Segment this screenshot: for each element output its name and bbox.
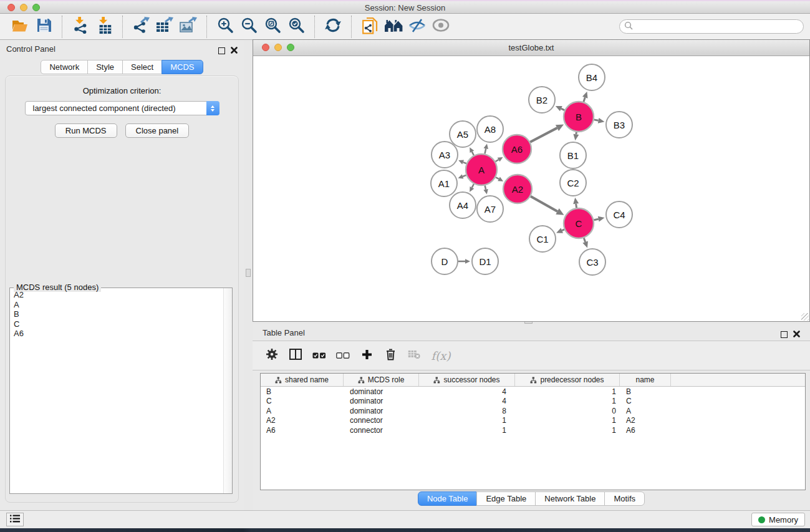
memory-label: Memory [769, 515, 798, 525]
graph-node-label: D [441, 256, 448, 267]
run-mcds-button[interactable]: Run MCDS [55, 123, 117, 138]
graph-node-A6[interactable]: A6 [503, 135, 531, 163]
export-image-button[interactable] [178, 16, 198, 37]
tab-edge-table[interactable]: Edge Table [476, 491, 536, 506]
hide-all-columns-button[interactable] [334, 346, 352, 365]
graph-node-A7[interactable]: A7 [477, 196, 503, 222]
search-field[interactable] [619, 19, 804, 34]
graph-node-A1[interactable]: A1 [431, 170, 457, 196]
tab-node-table[interactable]: Node Table [418, 491, 478, 506]
result-scrollbar[interactable] [223, 288, 232, 493]
node-table[interactable]: shared nameMCDS rolesuccessor nodesprede… [260, 373, 806, 490]
mcds-result-item[interactable]: A2 [14, 290, 223, 300]
graph-node-A3[interactable]: A3 [432, 142, 458, 168]
delete-column-button[interactable] [381, 346, 400, 365]
graph-node-B4[interactable]: B4 [579, 64, 605, 90]
save-session-button[interactable] [34, 16, 54, 37]
table-cell: 4 [419, 397, 515, 405]
mcds-result-item[interactable]: A [14, 300, 223, 310]
vertical-splitter-handle[interactable] [246, 269, 251, 277]
graph-node-A2[interactable]: A2 [503, 175, 532, 203]
search-input[interactable] [633, 21, 803, 32]
mcds-result-item[interactable]: C [14, 319, 223, 329]
graph-node-B2[interactable]: B2 [529, 87, 555, 113]
table-row[interactable]: Cdominator41C [261, 397, 805, 407]
function-builder-button[interactable]: f(x) [428, 346, 453, 365]
float-panel-icon[interactable] [781, 331, 788, 338]
graph-node-C[interactable]: C [564, 208, 594, 238]
table-row[interactable]: Adominator80A [261, 406, 805, 416]
graph-node-label: D1 [479, 256, 491, 267]
zoom-in-button[interactable] [215, 16, 235, 37]
resize-grip-icon[interactable] [801, 313, 809, 321]
table-row[interactable]: A6connector11A6 [261, 425, 805, 435]
refresh-button[interactable] [323, 16, 343, 37]
import-network-button[interactable] [70, 16, 90, 37]
table-row[interactable]: A2connector11A2 [261, 416, 805, 426]
graph-node-C1[interactable]: C1 [529, 226, 556, 252]
column-header-predecessor-nodes[interactable]: predecessor nodes [515, 374, 620, 386]
tab-select[interactable]: Select [122, 60, 162, 74]
task-history-button[interactable] [6, 513, 24, 526]
control-panel: Control Panel NetworkStyleSelectMCDS Opt… [0, 41, 244, 510]
graph-node-A8[interactable]: A8 [477, 116, 503, 142]
graph-node-C2[interactable]: C2 [560, 170, 586, 196]
table-row[interactable]: Bdominator41B [261, 387, 805, 397]
graph-node-A4[interactable]: A4 [450, 192, 476, 218]
open-session-button[interactable] [10, 16, 30, 37]
graph-node-B[interactable]: B [564, 102, 594, 132]
graph-node-D[interactable]: D [432, 248, 458, 274]
tab-motifs[interactable]: Motifs [604, 491, 645, 506]
home-button[interactable] [383, 16, 403, 37]
graph-node-B3[interactable]: B3 [606, 112, 632, 138]
column-header-shared-name[interactable]: shared name [261, 374, 344, 386]
zoom-fit-button[interactable] [263, 16, 282, 37]
network-graph[interactable]: B4B2BB3A8A5A6A3B1AC2A1A2A4A7C4CC1C3DD1 [253, 56, 809, 321]
mcds-result-item[interactable]: A6 [14, 329, 223, 339]
memory-button[interactable]: Memory [751, 513, 805, 526]
graph-node-A[interactable]: A [466, 154, 497, 185]
graph-node-B1[interactable]: B1 [560, 142, 586, 168]
column-header-successor-nodes[interactable]: successor nodes [419, 374, 515, 386]
export-network-button[interactable] [131, 16, 151, 37]
mcds-result-item[interactable]: B [14, 309, 223, 319]
dropdown-stepper-icon [206, 101, 219, 115]
toggle-panel-mode-button[interactable] [286, 346, 305, 365]
table-settings-button[interactable] [263, 346, 281, 365]
close-panel-icon[interactable] [231, 45, 238, 56]
main-toolbar [0, 14, 810, 40]
graph-node-C4[interactable]: C4 [606, 201, 632, 228]
graph-node-C3[interactable]: C3 [579, 249, 605, 275]
graph-node-A5[interactable]: A5 [450, 121, 476, 147]
eye-icon [432, 18, 450, 35]
show-all-columns-button[interactable] [310, 346, 329, 365]
column-header-name[interactable]: name [620, 374, 671, 386]
close-panel-button[interactable]: Close panel [125, 123, 190, 138]
table-toolbar: f(x) [253, 341, 810, 370]
hierarchy-icon [433, 377, 440, 384]
tab-network-table[interactable]: Network Table [535, 491, 605, 506]
clone-network-button[interactable] [360, 16, 380, 37]
table-cell: 1 [419, 426, 515, 435]
graph-node-D1[interactable]: D1 [472, 248, 498, 274]
network-canvas[interactable]: B4B2BB3A8A5A6A3B1AC2A1A2A4A7C4CC1C3DD1 [253, 56, 809, 321]
export-table-button[interactable] [155, 16, 175, 37]
search-icon [624, 21, 633, 32]
show-graphics-button[interactable] [431, 16, 451, 37]
criterion-dropdown[interactable]: largest connected component (directed) [25, 101, 219, 115]
import-table-button[interactable] [94, 16, 114, 37]
tab-style[interactable]: Style [87, 60, 123, 74]
column-header-MCDS-role[interactable]: MCDS role [344, 374, 419, 386]
table-cell: A [620, 407, 671, 415]
create-column-button[interactable] [357, 346, 376, 365]
mcds-result-box: MCDS result (5 nodes) A2ABCA6 [9, 288, 233, 494]
zoom-selected-button[interactable] [286, 16, 306, 37]
hide-graphics-button[interactable] [407, 16, 427, 37]
close-panel-icon[interactable] [793, 329, 800, 340]
delete-table-button[interactable] [405, 346, 423, 365]
titlebar: Session: New Session [0, 0, 810, 14]
tab-network[interactable]: Network [41, 60, 88, 74]
tab-mcds[interactable]: MCDS [162, 60, 203, 74]
float-panel-icon[interactable] [218, 47, 225, 54]
zoom-out-button[interactable] [239, 16, 259, 37]
